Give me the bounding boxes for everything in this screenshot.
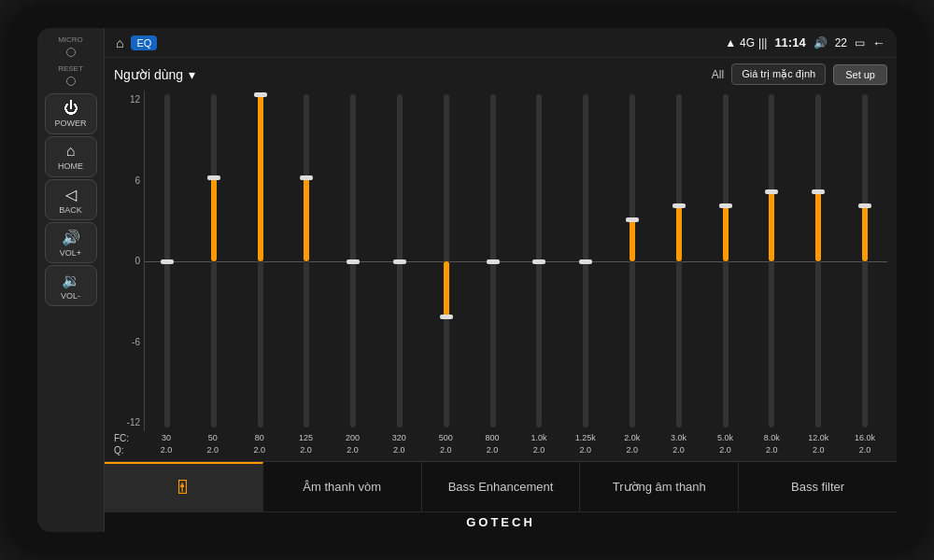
power-label: POWER (54, 119, 86, 128)
eq-thumb-8.0k[interactable] (765, 189, 778, 194)
status-time: 11:14 (774, 35, 805, 49)
eq-thumb-3.0k[interactable] (672, 203, 686, 208)
fc-val-320: 320 (376, 433, 421, 443)
eq-band-500[interactable] (424, 91, 469, 431)
status-right: ▲ 4G ||| 11:14 🔊 22 ▭ ← (725, 35, 885, 50)
eq-thumb-12.0k[interactable] (812, 189, 825, 194)
eq-band-125[interactable] (284, 91, 329, 431)
eq-band-30[interactable] (145, 91, 190, 431)
fc-val-30: 30 (144, 433, 189, 443)
all-label: All (712, 68, 724, 81)
tab-bass-filter[interactable]: Bass filter (739, 462, 897, 511)
tab-eq[interactable]: 🎚 (105, 462, 263, 511)
status-bar: ⌂ EQ ▲ 4G ||| 11:14 🔊 22 ▭ ← (105, 28, 897, 58)
power-icon: ⏻ (64, 100, 78, 117)
setup-button[interactable]: Set up (833, 64, 887, 85)
q-val-1.25k: 2.0 (563, 445, 608, 455)
eq-thumb-5.0k[interactable] (719, 203, 732, 208)
home-label: HOME (58, 161, 83, 171)
q-row: Q: 2.02.02.02.02.02.02.02.02.02.02.02.02… (114, 445, 887, 455)
bass-filter-label: Bass filter (791, 480, 844, 494)
status-home-icon: ⌂ (116, 35, 123, 50)
y-label-n12: -12 (114, 417, 140, 427)
q-label: Q: (114, 445, 144, 455)
eq-thumb-320[interactable] (393, 259, 406, 264)
vol-plus-button[interactable]: 🔊 VOL+ (45, 222, 97, 263)
eq-band-320[interactable] (377, 91, 422, 431)
eq-thumb-1.0k[interactable] (532, 259, 545, 264)
q-val-2.0k: 2.0 (610, 445, 655, 455)
fc-val-1.0k: 1.0k (517, 433, 561, 443)
fc-val-125: 125 (284, 433, 329, 443)
vol-minus-label: VOL- (61, 291, 80, 301)
eq-band-3.0k[interactable] (657, 91, 701, 431)
eq-band-200[interactable] (331, 91, 375, 431)
eq-band-12.0k[interactable] (796, 91, 841, 431)
tab-bass-enhancement[interactable]: Bass Enhancement (422, 462, 581, 511)
eq-thumb-30[interactable] (161, 259, 174, 264)
signal-label: 4G (740, 36, 755, 49)
user-select-dropdown[interactable]: Người dùng ▾ (114, 67, 195, 82)
eq-thumb-16.0k[interactable] (858, 203, 871, 208)
y-label-12: 12 (114, 94, 140, 105)
speaker-icon: 🔊 (814, 36, 828, 49)
eq-thumb-80[interactable] (254, 92, 267, 97)
sidebar: MICRO RESET ⏻ POWER ⌂ HOME ◁ BACK 🔊 VOL+… (37, 28, 105, 532)
power-button[interactable]: ⏻ POWER (45, 93, 97, 134)
y-label-n6: -6 (114, 337, 140, 347)
eq-track-2.0k (630, 94, 635, 427)
eq-band-5.0k[interactable] (703, 91, 748, 431)
home-button[interactable]: ⌂ HOME (45, 136, 97, 177)
fc-val-1.25k: 1.25k (563, 433, 608, 443)
back-nav-icon[interactable]: ← (872, 35, 885, 50)
eq-thumb-800[interactable] (487, 259, 500, 264)
eq-band-8.0k[interactable] (750, 91, 795, 431)
micro-indicator (66, 48, 76, 57)
eq-band-2.0k[interactable] (610, 91, 655, 431)
tab-am-thanh-vom[interactable]: Âm thanh vòm (263, 462, 422, 511)
eq-thumb-50[interactable] (207, 175, 220, 180)
eq-area: Người dùng ▾ All Giá trị mặc định Set up (105, 58, 897, 461)
eq-band-80[interactable] (238, 91, 283, 431)
eq-band-1.25k[interactable] (563, 91, 608, 431)
eq-track-5.0k (723, 94, 729, 427)
back-label: BACK (59, 205, 82, 215)
status-eq-btn[interactable]: EQ (131, 35, 157, 50)
q-val-16.0k: 2.0 (842, 445, 887, 455)
home-icon: ⌂ (66, 143, 76, 160)
eq-thumb-200[interactable] (347, 259, 360, 264)
q-val-8.0k: 2.0 (749, 445, 794, 455)
eq-thumb-2.0k[interactable] (626, 217, 639, 222)
eq-track-50 (211, 94, 217, 427)
fc-val-500: 500 (423, 433, 468, 443)
q-val-3.0k: 2.0 (657, 445, 701, 455)
eq-track-200 (350, 94, 356, 427)
brand-label: GOTECH (466, 515, 535, 529)
main-content: ⌂ EQ ▲ 4G ||| 11:14 🔊 22 ▭ ← (105, 28, 897, 532)
eq-sliders-container (144, 91, 887, 431)
eq-band-16.0k[interactable] (842, 91, 887, 431)
eq-band-800[interactable] (471, 91, 516, 431)
q-values: 2.02.02.02.02.02.02.02.02.02.02.02.02.02… (144, 445, 887, 455)
vol-plus-label: VOL+ (60, 248, 81, 258)
fc-val-800: 800 (470, 433, 515, 443)
tab-truong-am-thanh[interactable]: Trường âm thanh (580, 462, 739, 511)
eq-thumb-1.25k[interactable] (579, 259, 592, 264)
eq-track-3.0k (676, 94, 682, 427)
micro-label: MICRO (58, 35, 83, 44)
default-value-button[interactable]: Giá trị mặc định (731, 63, 826, 85)
eq-thumb-125[interactable] (300, 175, 313, 180)
brand-bar: GOTECH (105, 511, 897, 532)
status-left: ⌂ EQ (116, 35, 157, 50)
back-button[interactable]: ◁ BACK (45, 179, 97, 220)
wifi-icon: ▲ (725, 36, 736, 49)
fc-val-3.0k: 3.0k (657, 433, 701, 443)
eq-band-50[interactable] (191, 91, 236, 431)
eq-band-1.0k[interactable] (517, 91, 562, 431)
bass-enhancement-label: Bass Enhancement (448, 480, 554, 494)
vol-minus-button[interactable]: 🔉 VOL- (45, 265, 97, 306)
eq-thumb-500[interactable] (440, 315, 453, 319)
q-val-200: 2.0 (331, 445, 375, 455)
device-screen: MICRO RESET ⏻ POWER ⌂ HOME ◁ BACK 🔊 VOL+… (37, 28, 897, 532)
y-label-0: 0 (114, 256, 140, 266)
